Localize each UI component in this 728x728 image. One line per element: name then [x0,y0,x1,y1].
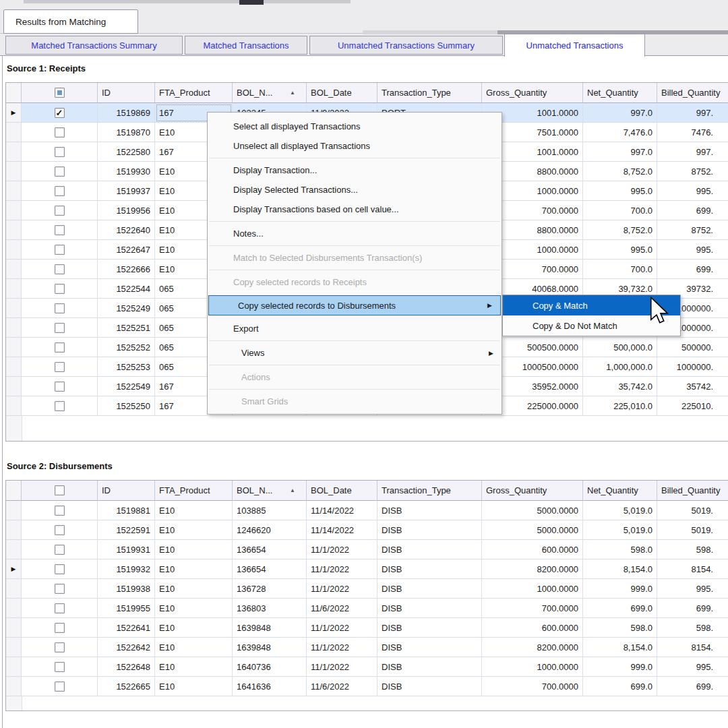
menu-item-unselect-all-displayed-transactions[interactable]: Unselect all displayed Transactions [208,136,502,156]
cell-bol_n[interactable]: 136654 [233,540,307,559]
cell-bol_date[interactable]: 11/1/2022 [307,579,377,599]
cell-net[interactable]: 995.0 [583,181,657,201]
cell-gross[interactable]: 700.0000 [482,677,583,696]
column-header-id[interactable]: ID [98,481,155,501]
cell-fta[interactable]: E10 [155,599,233,618]
cell-billed[interactable]: 8154. [657,559,728,579]
cell-type[interactable]: DISB [377,520,482,540]
cell-billed[interactable]: 225010. [657,396,728,416]
cell-billed[interactable]: 598. [657,540,728,559]
cell-net[interactable]: 699.0 [583,677,657,696]
cell-type[interactable]: DISB [377,540,482,559]
column-header-bol_n[interactable]: BOL_N...▲ [233,481,307,501]
menu-item-copy-and-do-not-match[interactable]: Copy & Do Not Match [503,315,680,336]
row-checkbox[interactable] [55,206,65,216]
cell-bol_n[interactable]: 136728 [233,579,307,599]
cell-id[interactable]: 1522666 [98,260,155,279]
cell-net[interactable]: 8,154.0 [583,638,657,657]
column-header-billed[interactable]: Billed_Quantity [657,481,728,501]
cell-net[interactable]: 700.0 [583,201,657,220]
cell-billed[interactable]: 997. [657,142,728,162]
cell-fta[interactable]: E10 [155,618,233,638]
cell-net[interactable]: 598.0 [583,540,657,559]
row-checkbox[interactable] [55,642,65,653]
cell-net[interactable]: 997.0 [583,103,657,123]
cell-id[interactable]: 1519930 [98,162,155,181]
cell-bol_date[interactable]: 11/6/2022 [307,599,377,618]
cell-gross[interactable]: 8200.0000 [482,559,583,579]
column-header-id[interactable]: ID [98,83,155,103]
row-checkbox[interactable] [55,362,65,372]
row-checkbox[interactable] [55,603,65,613]
cell-net[interactable]: 5,019.0 [583,501,657,520]
cell-id[interactable]: 1519869 [98,103,155,123]
row-checkbox[interactable] [55,623,65,633]
cell-id[interactable]: 1522641 [98,618,155,638]
cell-bol_date[interactable]: 11/1/2022 [307,618,377,638]
cell-net[interactable]: 7,476.0 [583,123,657,142]
cell-fta[interactable]: E10 [155,677,233,696]
cell-net[interactable]: 999.0 [583,579,657,599]
cell-bol_date[interactable]: 11/1/2022 [307,657,377,677]
cell-fta[interactable]: E10 [155,657,233,677]
cell-id[interactable]: 1519931 [98,540,155,559]
column-header-gross[interactable]: Gross_Quantity [482,83,583,103]
cell-gross[interactable]: 5000.0000 [482,520,583,540]
cell-billed[interactable]: 598. [657,618,728,638]
cell-bol_date[interactable]: 11/6/2022 [307,677,377,696]
cell-type[interactable]: DISB [377,559,482,579]
cell-gross[interactable]: 1000.0000 [482,657,583,677]
cell-gross[interactable]: 5000.0000 [482,501,583,520]
cell-fta[interactable]: E10 [155,501,233,520]
cell-net[interactable]: 500,000.0 [583,338,657,357]
cell-billed[interactable]: 7476. [657,123,728,142]
cell-net[interactable]: 997.0 [583,142,657,162]
cell-bol_n[interactable]: 1246620 [233,520,307,540]
row-checkbox[interactable] [55,127,65,138]
cell-fta[interactable]: E10 [155,579,233,599]
cell-billed[interactable]: 995. [657,579,728,599]
column-header-gross[interactable]: Gross_Quantity [482,481,583,501]
row-checkbox[interactable] [55,166,65,177]
cell-type[interactable]: DISB [377,677,482,696]
cell-net[interactable]: 225,010.0 [583,396,657,416]
cell-billed[interactable]: 35742. [657,377,728,396]
cell-gross[interactable]: 600.0000 [482,618,583,638]
cell-net[interactable]: 8,752.0 [583,162,657,181]
cell-billed[interactable]: 699. [657,599,728,618]
row-checkbox[interactable] [55,284,65,294]
row-checkbox[interactable] [55,525,65,535]
cell-billed[interactable]: 500000. [657,338,728,357]
menu-item-display-transactions-based-on-cell-value[interactable]: Display Transactions based on cell value… [208,200,502,219]
cell-bol_n[interactable]: 136803 [233,599,307,618]
cell-id[interactable]: 1525250 [98,396,155,416]
cell-net[interactable]: 5,019.0 [583,520,657,540]
cell-net[interactable]: 1,000,000.0 [583,357,657,377]
cell-bol_n[interactable]: 136654 [233,559,307,579]
column-header-billed[interactable]: Billed_Quantity [657,83,728,103]
cell-id[interactable]: 1522642 [98,638,155,657]
cell-net[interactable]: 700.0 [583,260,657,279]
cell-net[interactable]: 8,752.0 [583,220,657,240]
cell-id[interactable]: 1522640 [98,220,155,240]
cell-id[interactable]: 1522647 [98,240,155,260]
column-header-fta[interactable]: FTA_Product [155,481,233,501]
cell-billed[interactable]: 5019. [657,520,728,540]
cell-fta[interactable]: E10 [155,559,233,579]
cell-billed[interactable]: 8752. [657,162,728,181]
cell-billed[interactable]: 1000000. [657,357,728,377]
cell-id[interactable]: 1522648 [98,657,155,677]
cell-id[interactable]: 1522591 [98,520,155,540]
column-header-checkbox[interactable] [22,481,98,501]
cell-id[interactable]: 1525252 [98,338,155,357]
menu-item-select-all-displayed-transactions[interactable]: Select all displayed Transactions [208,117,502,136]
cell-fta[interactable]: E10 [155,540,233,559]
row-checkbox[interactable] [55,186,65,196]
cell-bol_n[interactable]: 1639848 [233,638,307,657]
cell-billed[interactable]: 699. [657,260,728,279]
cell-id[interactable]: 1519937 [98,181,155,201]
cell-gross[interactable]: 600.0000 [482,540,583,559]
column-header-fta[interactable]: FTA_Product [155,83,233,103]
row-checkbox[interactable] [55,303,65,313]
cell-id[interactable]: 1519938 [98,579,155,599]
